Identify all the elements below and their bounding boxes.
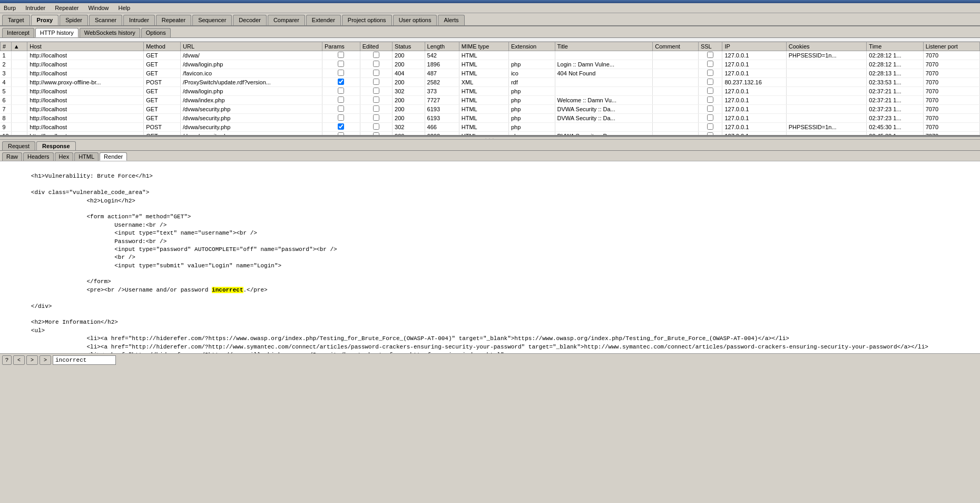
tab-decoder[interactable]: Decoder xyxy=(233,15,267,25)
col-title[interactable]: Title xyxy=(555,42,653,51)
col-comment[interactable]: Comment xyxy=(653,42,699,51)
filter-bar[interactable] xyxy=(0,38,980,42)
menu-help[interactable]: Help xyxy=(117,4,132,12)
col-params[interactable]: Params xyxy=(322,42,360,51)
col-method[interactable]: Method xyxy=(144,42,181,51)
subtab-options[interactable]: Options xyxy=(141,28,171,37)
prev-button[interactable]: < xyxy=(13,355,25,365)
table-row[interactable]: 7http://localhostGET/dvwa/security.php20… xyxy=(1,105,980,114)
tab-alerts[interactable]: Alerts xyxy=(438,15,464,25)
col-cookies[interactable]: Cookies xyxy=(786,42,867,51)
menu-bar: Burp Intruder Repeater Window Help xyxy=(0,3,980,13)
tab-sequencer[interactable]: Sequencer xyxy=(192,15,232,25)
col-arrow[interactable]: ▲ xyxy=(11,42,27,51)
col-url[interactable]: URL xyxy=(181,42,322,51)
tab-intruder[interactable]: Intruder xyxy=(123,15,155,25)
main-tab-bar: Target Proxy Spider Scanner Intruder Rep… xyxy=(0,13,980,26)
format-tab-hex[interactable]: Hex xyxy=(55,152,74,161)
col-port[interactable]: Listener port xyxy=(923,42,979,51)
search-input[interactable] xyxy=(53,355,116,365)
http-history-table: # ▲ Host Method URL Params Edited Status… xyxy=(0,42,980,137)
tab-spider[interactable]: Spider xyxy=(60,15,88,25)
tab-comparer[interactable]: Comparer xyxy=(268,15,305,25)
proxy-sub-tab-bar: Intercept HTTP history WebSockets histor… xyxy=(0,26,980,38)
col-ip[interactable]: IP xyxy=(722,42,786,51)
format-tab-raw[interactable]: Raw xyxy=(2,152,22,161)
tab-proxy[interactable]: Proxy xyxy=(31,15,59,25)
subtab-intercept[interactable]: Intercept xyxy=(2,28,34,37)
http-history-table-container: # ▲ Host Method URL Params Edited Status… xyxy=(0,42,980,137)
tab-target[interactable]: Target xyxy=(2,15,30,25)
next-button[interactable]: > xyxy=(26,355,38,365)
subtab-websockets-history[interactable]: WebSockets history xyxy=(80,28,140,37)
menu-repeater[interactable]: Repeater xyxy=(53,4,80,12)
table-row[interactable]: 2http://localhostGET/dvwa/login.php20018… xyxy=(1,60,980,69)
table-header-row: # ▲ Host Method URL Params Edited Status… xyxy=(1,42,980,51)
table-row[interactable]: 9http://localhostPOST/dvwa/security.php3… xyxy=(1,123,980,132)
tab-extender[interactable]: Extender xyxy=(306,15,341,25)
menu-intruder[interactable]: Intruder xyxy=(24,4,47,12)
req-res-tab-bar: Request Response xyxy=(0,140,980,151)
table-row[interactable]: 6http://localhostGET/dvwa/index.php20077… xyxy=(1,96,980,105)
table-row[interactable]: 1http://localhostGET/dvwa/200542HTML127.… xyxy=(1,51,980,60)
highlight-incorrect: incorrect xyxy=(212,287,243,293)
format-tab-render[interactable]: Render xyxy=(100,152,127,161)
col-num[interactable]: # xyxy=(1,42,12,51)
tab-scanner[interactable]: Scanner xyxy=(89,15,122,25)
col-extension[interactable]: Extension xyxy=(508,42,555,51)
table-row[interactable]: 5http://localhostGET/dvwa/login.php30237… xyxy=(1,87,980,96)
col-length[interactable]: Length xyxy=(425,42,459,51)
bottom-nav: ? < > > xyxy=(0,353,980,366)
tab-response[interactable]: Response xyxy=(36,141,76,150)
col-status[interactable]: Status xyxy=(393,42,425,51)
col-host[interactable]: Host xyxy=(27,42,144,51)
col-ssl[interactable]: SSL xyxy=(698,42,722,51)
tab-repeater[interactable]: Repeater xyxy=(156,15,191,25)
table-row[interactable]: 8http://localhostGET/dvwa/security.php20… xyxy=(1,114,980,123)
subtab-http-history[interactable]: HTTP history xyxy=(35,28,79,37)
menu-burp[interactable]: Burp xyxy=(2,4,17,12)
format-tab-headers[interactable]: Headers xyxy=(23,152,54,161)
format-tab-bar: Raw Headers Hex HTML Render xyxy=(0,151,980,161)
table-row[interactable]: 3http://localhostGET/favicon.ico404487HT… xyxy=(1,69,980,78)
menu-window[interactable]: Window xyxy=(86,4,110,12)
bottom-panel: Request Response Raw Headers Hex HTML Re… xyxy=(0,140,980,366)
format-tab-html[interactable]: HTML xyxy=(74,152,99,161)
tab-project-options[interactable]: Project options xyxy=(342,15,392,25)
col-edited[interactable]: Edited xyxy=(360,42,392,51)
tab-user-options[interactable]: User options xyxy=(393,15,437,25)
col-mime[interactable]: MIME type xyxy=(459,42,508,51)
table-row[interactable]: 4http://www.proxy-offline-br...POST/Prox… xyxy=(1,78,980,87)
help-button[interactable]: ? xyxy=(2,355,12,365)
forward-button[interactable]: > xyxy=(40,355,51,365)
tab-request[interactable]: Request xyxy=(2,141,35,150)
response-code-area: <h1>Vulnerability: Brute Force</h1> <div… xyxy=(0,161,980,353)
col-time[interactable]: Time xyxy=(867,42,923,51)
table-body: 1http://localhostGET/dvwa/200542HTML127.… xyxy=(1,51,980,137)
